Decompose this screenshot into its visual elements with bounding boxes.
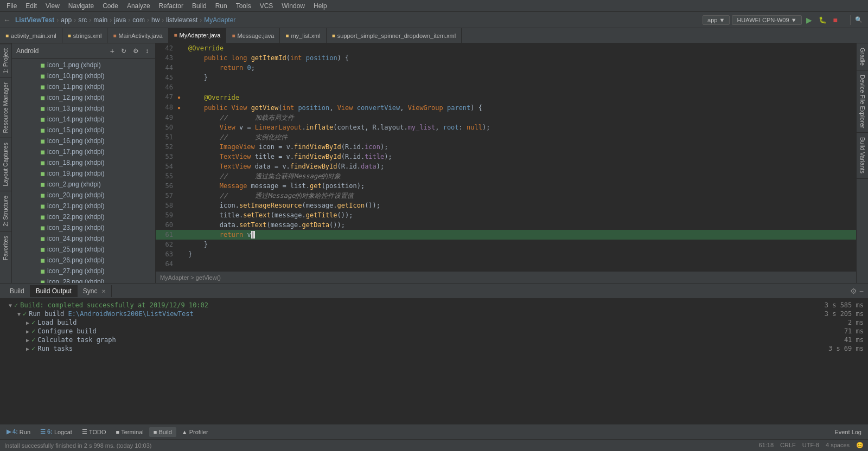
menu-code[interactable]: Code (98, 1, 123, 11)
run-config-dropdown[interactable]: app ▼ (703, 15, 730, 25)
breadcrumb-app[interactable]: app (61, 16, 72, 24)
sidebar-collapse-btn[interactable]: ↕ (143, 46, 151, 56)
line-content[interactable]: return 0; (186, 63, 856, 73)
tab-message-java[interactable]: ■ Message.java (226, 28, 280, 43)
profiler-tool-button[interactable]: ▲ Profiler (177, 427, 213, 437)
breadcrumb-hw[interactable]: hw (151, 16, 159, 24)
build-minimize-btn[interactable]: − (859, 287, 864, 295)
build-row-configure[interactable]: ▶ ✓ Configure build 71 ms (4, 327, 864, 336)
line-content[interactable]: // 实例化控件 (186, 132, 856, 142)
expand-arrow-main[interactable]: ▼ (9, 302, 12, 308)
tree-item-icon22[interactable]: ◼ icon_22.png (xhdpi) (12, 211, 155, 222)
tab-mainactivity-java[interactable]: ■ MainActivity.java (107, 28, 168, 43)
line-content[interactable]: TextView data = v.findViewById(R.id.data… (186, 162, 856, 171)
breadcrumb-java[interactable]: java (114, 16, 126, 24)
menu-edit[interactable]: Edit (21, 1, 41, 11)
tree-item-icon17[interactable]: ◼ icon_17.png (xhdpi) (12, 146, 155, 157)
back-button[interactable]: ← (3, 16, 11, 24)
tree-item-icon15[interactable]: ◼ icon_15.png (xhdpi) (12, 125, 155, 136)
tab-my-list-xml[interactable]: ■ my_list.xml (280, 28, 326, 43)
tree-item-icon23[interactable]: ◼ icon_23.png (xhdpi) (12, 222, 155, 233)
menu-refactor[interactable]: Refactor (155, 1, 188, 11)
line-content[interactable]: ImageView icon = v.findViewById(R.id.ico… (186, 142, 856, 152)
side-tab-favorites[interactable]: Favorites (0, 231, 11, 265)
sync-close-icon[interactable]: ✕ (101, 288, 106, 294)
right-side-tab-device-file[interactable]: Device File Explorer (857, 70, 868, 133)
line-content[interactable]: } (186, 73, 856, 82)
line-content[interactable]: data.setText(message.getData()); (186, 220, 856, 230)
menu-navigate[interactable]: Navigate (64, 1, 98, 11)
menu-vcs[interactable]: VCS (256, 1, 278, 11)
menu-tools[interactable]: Tools (232, 1, 256, 11)
run-button[interactable]: ▶ (804, 15, 814, 25)
breadcrumb-project[interactable]: ListViewTest (15, 16, 54, 24)
build-row-load[interactable]: ▶ ✓ Load build 2 ms (4, 318, 864, 327)
logcat-tool-button[interactable]: ☰ 6: Logcat (36, 427, 76, 437)
tree-item-icon19[interactable]: ◼ icon_19.png (xhdpi) (12, 168, 155, 179)
run-tool-button[interactable]: ▶ 4: Run (2, 427, 35, 437)
device-dropdown[interactable]: HUAWEI CPN-W09 ▼ (732, 15, 801, 25)
line-content[interactable]: @Override (186, 43, 856, 53)
tab-strings-xml[interactable]: ■ strings.xml (62, 28, 108, 43)
line-content[interactable]: // 通过集合获得Message的对象 (186, 171, 856, 181)
line-content[interactable]: View v = LinearLayout.inflate(context, R… (186, 123, 856, 132)
expand-arrow-load[interactable]: ▶ (26, 320, 29, 326)
build-row-run-tasks[interactable]: ▶ ✓ Run tasks 3 s 69 ms (4, 344, 864, 353)
line-content[interactable]: // 加载布局文件 (186, 113, 856, 123)
tab-activity-main-xml[interactable]: ■ activity_main.xml (0, 28, 62, 43)
sidebar-add-btn[interactable]: + (108, 46, 117, 56)
event-log-button[interactable]: Event Log (830, 427, 866, 437)
right-side-tab-gradle[interactable]: Gradle (857, 43, 868, 70)
sidebar-sync-btn[interactable]: ↻ (119, 46, 129, 56)
sidebar-settings-btn[interactable]: ⚙ (131, 46, 141, 56)
todo-tool-button[interactable]: ☰ TODO (78, 427, 111, 437)
line-content[interactable]: } (186, 249, 856, 259)
tree-item-icon10[interactable]: ◼ icon_10.png (xhdpi) (12, 70, 155, 81)
build-row-task-graph[interactable]: ▶ ✓ Calculate task graph 41 ms (4, 336, 864, 344)
side-tab-structure[interactable]: 2: Structure (0, 191, 11, 231)
tree-item-icon24[interactable]: ◼ icon_24.png (xhdpi) (12, 233, 155, 244)
debug-button[interactable]: 🐛 (816, 15, 829, 25)
line-content[interactable]: public View getView(int position, View c… (186, 102, 856, 113)
line-content[interactable]: public long getItemId(int position) { (186, 53, 856, 63)
line-content[interactable]: TextView title = v.findViewById(R.id.tit… (186, 152, 856, 162)
build-row-run[interactable]: ▼ ✓ Run build E:\AndroidWorks200E\ListVi… (4, 310, 864, 318)
bottom-tab-sync[interactable]: Sync ✕ (78, 285, 112, 297)
line-content[interactable]: return v| (186, 230, 856, 240)
menu-run[interactable]: Run (211, 1, 232, 11)
right-side-tab-build-variants[interactable]: Build Variants (857, 133, 868, 178)
line-content[interactable] (186, 259, 856, 269)
tab-myadapter-java[interactable]: ■ MyAdapter.java (169, 28, 227, 43)
build-output-panel[interactable]: ▼ ✓ Build: completed successfully at 201… (0, 299, 868, 424)
breadcrumb-src[interactable]: src (78, 16, 87, 24)
side-tab-project[interactable]: 1: Project (0, 43, 11, 78)
tree-item-icon21[interactable]: ◼ icon_21.png (xhdpi) (12, 201, 155, 211)
menu-file[interactable]: File (2, 1, 21, 11)
menu-build[interactable]: Build (188, 1, 211, 11)
expand-arrow-task-graph[interactable]: ▶ (26, 337, 29, 343)
menu-view[interactable]: View (41, 1, 64, 11)
breadcrumb-class[interactable]: MyAdapter (204, 16, 235, 24)
tree-item-icon13[interactable]: ◼ icon_13.png (xhdpi) (12, 103, 155, 114)
tree-item-icon11[interactable]: ◼ icon_11.png (xhdpi) (12, 81, 155, 92)
expand-arrow-run-tasks[interactable]: ▶ (26, 346, 29, 352)
tree-item-icon16[interactable]: ◼ icon_16.png (xhdpi) (12, 136, 155, 146)
tree-item-icon27[interactable]: ◼ icon_27.png (xhdpi) (12, 266, 155, 276)
side-tab-layout-captures[interactable]: Layout Captures (0, 138, 11, 191)
line-content[interactable]: icon.setImageResource(message.getIcon())… (186, 201, 856, 210)
menu-help[interactable]: Help (309, 1, 331, 11)
stop-button[interactable]: ■ (831, 15, 840, 25)
expand-arrow-configure[interactable]: ▶ (26, 328, 29, 334)
build-tool-button[interactable]: ■ Build (149, 427, 176, 437)
search-button[interactable]: 🔍 (853, 15, 865, 24)
build-row-main[interactable]: ▼ ✓ Build: completed successfully at 201… (4, 301, 864, 310)
line-content[interactable] (186, 82, 856, 92)
line-content[interactable]: Message message = list.get(position); (186, 181, 856, 191)
breadcrumb-main[interactable]: main (93, 16, 107, 24)
bottom-tab-build-output[interactable]: Build Output (30, 285, 78, 297)
tree-item-icon20[interactable]: ◼ icon_20.png (xhdpi) (12, 190, 155, 201)
tree-item-icon1[interactable]: ◼ icon_1.png (xhdpi) (12, 60, 155, 70)
tree-item-icon14[interactable]: ◼ icon_14.png (xhdpi) (12, 114, 155, 125)
line-content[interactable]: @Override (186, 92, 856, 102)
line-content[interactable]: } (186, 240, 856, 249)
